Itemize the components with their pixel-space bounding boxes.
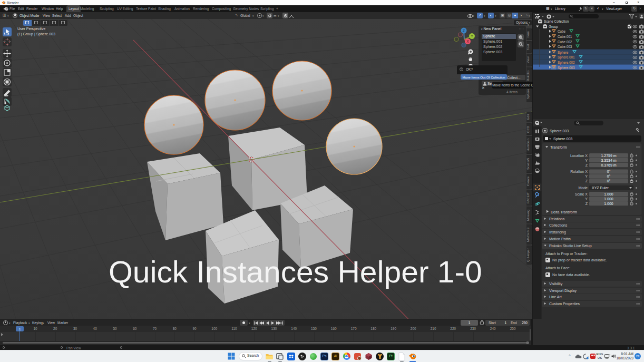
svg-text:0°: 0°: [607, 170, 611, 173]
svg-text:0.3769 m: 0.3769 m: [601, 163, 616, 167]
svg-text:1.000: 1.000: [604, 202, 613, 206]
svg-text:Scene Collection: Scene Collection: [544, 19, 569, 23]
svg-text:Sphere: Sphere: [558, 51, 569, 55]
svg-text:1.000: 1.000: [604, 192, 613, 196]
svg-text:Scale X: Scale X: [575, 192, 588, 196]
svg-text:Delta Transform: Delta Transform: [551, 210, 577, 214]
svg-text:Sphere.001: Sphere.001: [558, 55, 575, 60]
svg-text:Z: Z: [463, 29, 465, 33]
svg-text:1.2759 m: 1.2759 m: [601, 154, 616, 158]
svg-text:Z: Z: [586, 163, 588, 167]
svg-text:0°: 0°: [607, 174, 611, 178]
svg-text:0°: 0°: [607, 179, 611, 183]
svg-text:Y: Y: [585, 197, 588, 201]
svg-text:Z: Z: [586, 202, 588, 206]
svg-text:Location X: Location X: [570, 154, 588, 158]
svg-text:Cube.001: Cube.001: [558, 35, 572, 38]
svg-text:Y: Y: [585, 159, 588, 162]
svg-text:Transform: Transform: [550, 145, 567, 149]
svg-text:1.000: 1.000: [604, 197, 613, 201]
svg-text:Cube.002: Cube.002: [558, 40, 572, 44]
svg-text:Group: Group: [549, 25, 558, 29]
svg-text:Sphere.003: Sphere.003: [558, 66, 575, 70]
svg-text:Cube: Cube: [558, 30, 566, 33]
svg-text:Y: Y: [471, 34, 473, 38]
svg-text:XYZ Euler: XYZ Euler: [592, 186, 609, 190]
svg-text:Cube.003: Cube.003: [558, 45, 572, 48]
svg-text:X: X: [466, 40, 469, 43]
svg-text:3.3534 m: 3.3534 m: [601, 159, 616, 162]
svg-text:Z: Z: [586, 179, 588, 183]
svg-text:Rotation X: Rotation X: [570, 170, 588, 173]
svg-text:Mode: Mode: [578, 186, 588, 190]
svg-text:Sphere.002: Sphere.002: [558, 61, 575, 65]
svg-text:Y: Y: [585, 174, 588, 178]
svg-text:Sphere.003: Sphere.003: [553, 137, 572, 141]
svg-text:Sphere.003: Sphere.003: [550, 129, 569, 133]
